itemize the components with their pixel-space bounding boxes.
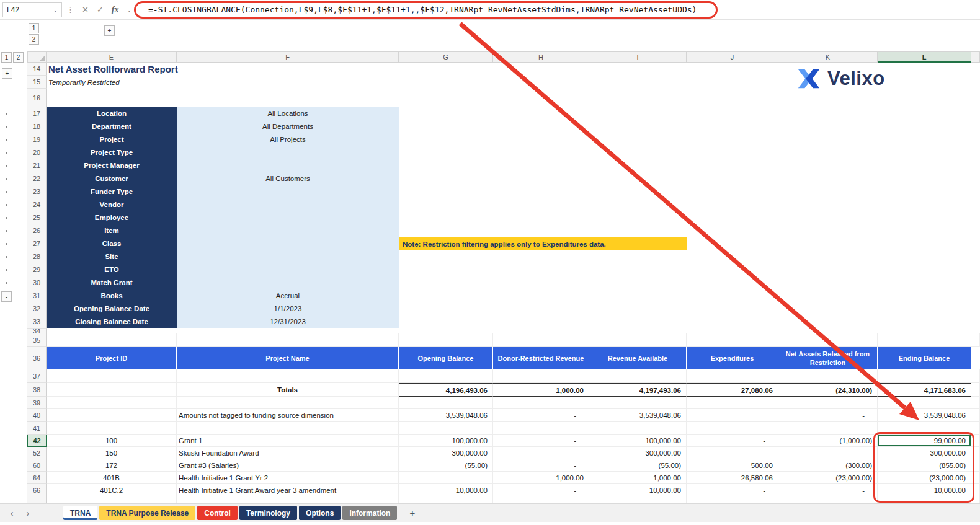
- filter-value-cell[interactable]: [177, 237, 399, 250]
- formula-input[interactable]: =-SI.CLOSINGBALANCE(Connection,L$9,L$8,$…: [138, 1, 980, 19]
- filter-label-cell[interactable]: Funder Type: [47, 185, 177, 198]
- cell-L52[interactable]: 300,000.00: [878, 447, 971, 459]
- filter-label-cell[interactable]: Class: [47, 237, 177, 250]
- filter-value-cell[interactable]: All Locations: [177, 107, 399, 120]
- cell-I52[interactable]: 300,000.00: [589, 447, 687, 459]
- table-header-I[interactable]: Revenue Available: [589, 347, 687, 369]
- row-header-30[interactable]: 30: [27, 276, 47, 289]
- column-outline-level-2-button[interactable]: 2: [29, 34, 39, 45]
- empty-cell-K[interactable]: [778, 369, 878, 383]
- cell-G52[interactable]: 300,000.00: [399, 447, 493, 459]
- column-header-F[interactable]: F: [177, 51, 399, 63]
- table-header-J[interactable]: Expenditures: [687, 347, 778, 369]
- empty-cell[interactable]: [971, 435, 980, 447]
- empty-cell-I[interactable]: [589, 422, 687, 435]
- empty-cell-G[interactable]: [399, 496, 493, 503]
- row-header-partial[interactable]: [27, 496, 47, 503]
- sheet-nav-left-icon[interactable]: ‹: [4, 508, 20, 518]
- untagged-cell-J[interactable]: [687, 409, 778, 422]
- filter-value-cell[interactable]: [177, 224, 399, 237]
- empty-cell-J[interactable]: [687, 369, 778, 383]
- row-header-17[interactable]: 17: [27, 107, 47, 120]
- cell-G64[interactable]: -: [399, 472, 493, 484]
- filter-label-cell[interactable]: Opening Balance Date: [47, 302, 177, 315]
- row-header-18[interactable]: 18: [27, 120, 47, 133]
- empty-cell-J[interactable]: [687, 333, 778, 347]
- empty-cell[interactable]: [399, 276, 980, 289]
- empty-cell[interactable]: [971, 333, 980, 347]
- cell-H52[interactable]: -: [493, 447, 589, 459]
- cell-L64[interactable]: (23,000.00): [878, 472, 971, 484]
- totals-cell-J[interactable]: 27,080.06: [687, 383, 778, 397]
- empty-cell-F[interactable]: [177, 422, 399, 435]
- empty-cell-G[interactable]: [399, 369, 493, 383]
- empty-cell-E[interactable]: [47, 369, 177, 383]
- filter-value-cell[interactable]: [177, 146, 399, 159]
- cell-I66[interactable]: 10,000.00: [589, 484, 687, 496]
- empty-cell-E[interactable]: [47, 496, 177, 503]
- empty-cell-L[interactable]: [878, 369, 971, 383]
- filter-value-cell[interactable]: [177, 250, 399, 263]
- project-name-cell[interactable]: Health Initiative 1 Grant Award year 3 a…: [177, 484, 399, 496]
- empty-cell[interactable]: [399, 185, 980, 198]
- insert-function-icon[interactable]: fx: [112, 5, 119, 15]
- row-header-23[interactable]: 23: [27, 185, 47, 198]
- empty-cell[interactable]: [399, 289, 980, 302]
- totals-cell-H[interactable]: 1,000.00: [493, 383, 589, 397]
- filter-label-cell[interactable]: Closing Balance Date: [47, 315, 177, 329]
- untagged-cell-L[interactable]: 3,539,048.06: [878, 409, 971, 422]
- empty-cell-L[interactable]: [878, 333, 971, 347]
- cell-G66[interactable]: 10,000.00: [399, 484, 493, 496]
- filter-label-cell[interactable]: Vendor: [47, 198, 177, 211]
- restriction-note-cell[interactable]: Note: Restriction filtering applies only…: [399, 237, 687, 250]
- column-header-H[interactable]: H: [493, 51, 589, 63]
- row-header-64[interactable]: 64: [27, 472, 47, 484]
- filter-label-cell[interactable]: Site: [47, 250, 177, 263]
- row-outline-level-2-button[interactable]: 2: [13, 52, 24, 63]
- empty-cell-E[interactable]: [47, 383, 177, 397]
- cell-J64[interactable]: 26,580.06: [687, 472, 778, 484]
- empty-cell-E[interactable]: [47, 397, 177, 409]
- row-header-35[interactable]: 35: [27, 333, 47, 347]
- totals-cell-K[interactable]: (24,310.00): [778, 383, 878, 397]
- empty-cell[interactable]: [399, 263, 980, 276]
- empty-cell[interactable]: [971, 383, 980, 397]
- name-box-dropdown-icon[interactable]: ⌄: [53, 7, 58, 13]
- sheet-tab-trna[interactable]: TRNA: [63, 506, 97, 520]
- row-header-32[interactable]: 32: [27, 302, 47, 315]
- empty-cell-L[interactable]: [878, 422, 971, 435]
- empty-cell[interactable]: [971, 496, 980, 503]
- sheet-tab-information[interactable]: Information: [342, 506, 397, 520]
- sheet-tab-trna-purpose-release[interactable]: TRNA Purpose Release: [99, 506, 195, 520]
- empty-cell-G[interactable]: [399, 397, 493, 409]
- empty-cell[interactable]: [399, 76, 980, 89]
- sheet-tab-terminology[interactable]: Terminology: [239, 506, 297, 520]
- project-id-cell[interactable]: 401C.2: [47, 484, 177, 496]
- table-header-F[interactable]: Project Name: [177, 347, 399, 369]
- row-header-27[interactable]: 27: [27, 237, 47, 250]
- empty-cell[interactable]: [399, 120, 980, 133]
- cell-I42[interactable]: 100,000.00: [589, 435, 687, 447]
- empty-cell-F[interactable]: [177, 496, 399, 503]
- empty-cell-G[interactable]: [399, 422, 493, 435]
- row-header-15[interactable]: 15: [27, 76, 47, 89]
- row-group-collapse-button[interactable]: -: [1, 291, 12, 302]
- row-header-19[interactable]: 19: [27, 133, 47, 146]
- sheet-nav-right-icon[interactable]: ›: [20, 508, 36, 518]
- empty-cell[interactable]: [971, 447, 980, 459]
- project-id-cell[interactable]: 100: [47, 435, 177, 447]
- column-header-L[interactable]: L: [878, 51, 971, 63]
- filter-value-cell[interactable]: [177, 185, 399, 198]
- empty-cell-I[interactable]: [589, 369, 687, 383]
- row-header-31[interactable]: 31: [27, 289, 47, 302]
- row-header-34[interactable]: 34: [27, 329, 47, 333]
- row-group-expand-button[interactable]: +: [2, 68, 12, 79]
- untagged-cell-I[interactable]: 3,539,048.06: [589, 409, 687, 422]
- empty-cell[interactable]: [971, 397, 980, 409]
- empty-cell[interactable]: [399, 250, 980, 263]
- filter-value-cell[interactable]: 1/1/2023: [177, 302, 399, 315]
- cell-K64[interactable]: (23,000.00): [778, 472, 878, 484]
- column-header-E[interactable]: E: [47, 51, 177, 63]
- filter-value-cell[interactable]: All Projects: [177, 133, 399, 146]
- row-header-37[interactable]: 37: [27, 369, 47, 383]
